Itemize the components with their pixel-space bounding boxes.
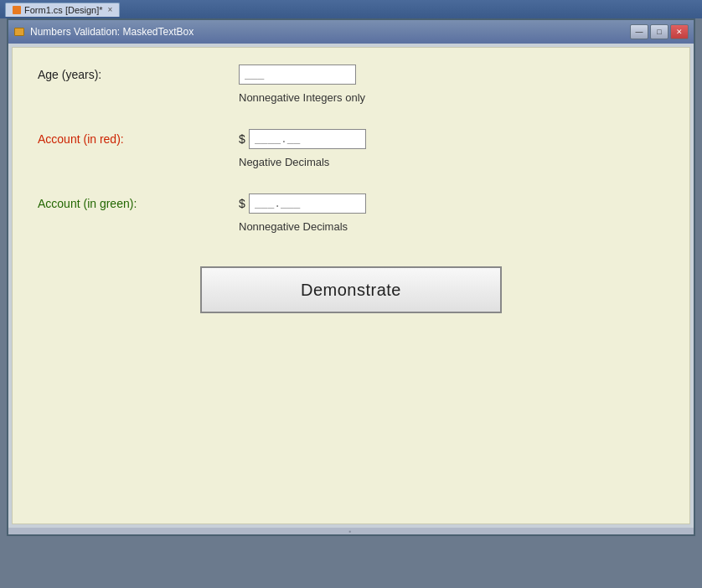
account-green-hint: Nonnegative Decimals [239, 220, 664, 233]
window-titlebar: Numbers Validation: MaskedTextBox — □ ✕ [8, 20, 694, 44]
window-controls: — □ ✕ [630, 24, 689, 39]
resize-handle[interactable]: ▪ [8, 528, 694, 534]
account-green-input[interactable] [249, 193, 366, 214]
account-red-row: Account (in red): $ [38, 129, 664, 149]
account-red-currency: $ [239, 132, 245, 146]
ide-tab-close-button[interactable]: × [108, 5, 113, 14]
resize-grip: ▪ [349, 528, 354, 535]
age-label: Age (years): [38, 68, 239, 81]
account-green-label: Account (in green): [38, 197, 239, 210]
age-section: Age (years): Nonnegative Integers only [38, 64, 664, 104]
age-input[interactable] [239, 64, 356, 85]
button-section: Demonstrate [38, 266, 664, 313]
age-hint: Nonnegative Integers only [239, 91, 664, 104]
window-icon-inner [14, 28, 24, 36]
maximize-button[interactable]: □ [650, 24, 668, 39]
account-green-section: Account (in green): $ Nonnegative Decima… [38, 193, 664, 233]
window-title-left: Numbers Validation: MaskedTextBox [13, 26, 194, 38]
ide-tab[interactable]: Form1.cs [Design]* × [5, 3, 120, 17]
account-green-currency: $ [239, 197, 245, 210]
account-red-section: Account (in red): $ Negative Decimals [38, 129, 664, 168]
account-red-label: Account (in red): [38, 132, 239, 146]
window-title: Numbers Validation: MaskedTextBox [30, 26, 194, 38]
form-icon [13, 6, 21, 14]
demonstrate-button[interactable]: Demonstrate [200, 266, 502, 313]
ide-titlebar: Form1.cs [Design]* × [0, 0, 702, 18]
account-red-input[interactable] [249, 129, 366, 149]
close-button[interactable]: ✕ [670, 24, 689, 39]
window-app-icon [13, 26, 25, 38]
minimize-button[interactable]: — [630, 24, 648, 39]
form-content: Age (years): Nonnegative Integers only A… [12, 47, 690, 524]
account-green-row: Account (in green): $ [38, 193, 664, 214]
account-red-hint: Negative Decimals [239, 156, 664, 168]
age-row: Age (years): [38, 64, 664, 85]
ide-tab-label: Form1.cs [Design]* [24, 5, 103, 15]
main-window: Numbers Validation: MaskedTextBox — □ ✕ … [7, 18, 695, 536]
